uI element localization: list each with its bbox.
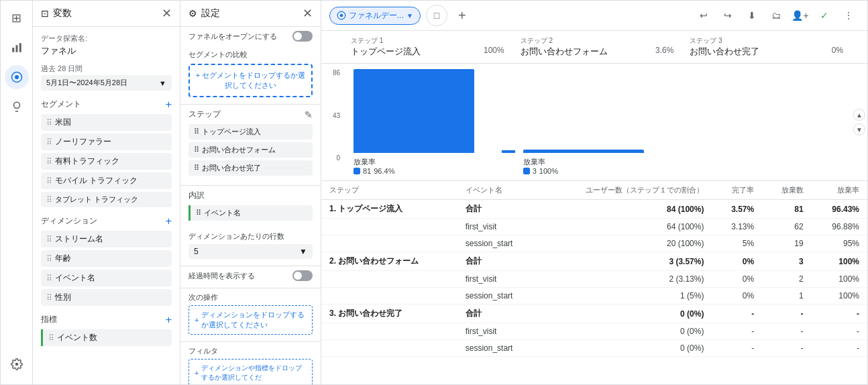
abandon-rate-cell: 96.43% [812, 200, 867, 219]
download-button[interactable]: ⬇ [741, 5, 763, 26]
settings-panel-title: ⚙ 設定 [188, 7, 220, 19]
drag-icon: ⠿ [194, 164, 199, 172]
lightbulb-icon[interactable] [5, 95, 29, 119]
abandon-rate-cell: 100% [812, 271, 867, 288]
add-dimension-button[interactable]: + [166, 216, 172, 227]
segment-item-paid[interactable]: ⠿有料トラフィック [41, 153, 172, 170]
col-abandon-rate: 放棄率 [812, 181, 867, 200]
drag-icon: ⠿ [46, 138, 52, 147]
svg-rect-1 [15, 45, 17, 52]
completion-cell: 5% [712, 235, 762, 252]
variables-close-button[interactable]: ✕ [162, 7, 172, 19]
table-row: 1. トップページ流入 合計 84 (100%) 3.57% 81 96.43% [321, 200, 867, 219]
funnel-step-1-header: ステップ 1 トップページ流入 100% [343, 31, 512, 63]
square-icon-button[interactable]: □ [426, 5, 447, 26]
step-item-2[interactable]: ⠿お問い合わせフォーム [188, 142, 313, 158]
abandon-dot-1 [354, 168, 360, 174]
main-content: ファネルデー... ▼ □ + ↩ ↪ ⬇ 🗂 👤+ ✓ ⋮ [321, 1, 867, 384]
abandon-cell: 81 [762, 200, 811, 219]
scroll-arrows: ▲ ▼ [851, 69, 867, 175]
dim-gender[interactable]: ⠿性別 [41, 289, 172, 306]
next-ops-section: 次の操作 + ディメンションをドロップするか選択してください [180, 288, 321, 339]
settings-panel-header: ⚙ 設定 ✕ [180, 1, 321, 27]
drag-icon: ⠿ [194, 127, 199, 136]
add-filter-button[interactable]: + ディメンションや指標をドロップするか選択してくだ [188, 359, 313, 384]
users-cell: 2 (3.13%) [539, 271, 712, 288]
redo-button[interactable]: ↪ [717, 5, 739, 26]
folder-button[interactable]: 🗂 [765, 5, 787, 26]
share-button[interactable]: 👤+ [790, 5, 811, 26]
abandon-rate-cell: 95% [812, 235, 867, 252]
add-next-op-button[interactable]: + ディメンションをドロップするか選択してください [188, 305, 313, 335]
table-body: 1. トップページ流入 合計 84 (100%) 3.57% 81 96.43%… [321, 200, 867, 357]
abandon-count-2: 3 100% [523, 167, 671, 175]
abandon-cell: 19 [762, 235, 811, 252]
funnel-tab-label: ファネルデー... [349, 10, 404, 21]
step-item-3[interactable]: ⠿お問い合わせ完了 [188, 160, 313, 176]
add-segment-compare-button[interactable]: + セグメントをドロップするか選択してください [188, 64, 313, 97]
check-button[interactable]: ✓ [814, 5, 835, 26]
rows-per-dim-value: 5 [194, 247, 199, 256]
rows-per-dim-select[interactable]: 5 ▼ [188, 244, 313, 259]
step-item-1[interactable]: ⠿トップページ流入 [188, 124, 313, 140]
step-name-cell [321, 235, 457, 252]
variables-panel-body: データ探索名: ファネル 過去 28 日間 5月1日〜2024年5月28日 ▼ … [33, 27, 180, 384]
funnel-tab[interactable]: ファネルデー... ▼ [329, 7, 421, 25]
metric-event-count[interactable]: ⠿イベント数 [41, 329, 172, 346]
abandon-rate-cell: 100% [812, 252, 867, 271]
table-header-row: ステップ イベント名 ユーザー数（ステップ１での割合） 完了率 放棄数 放棄率 [321, 181, 867, 200]
explore-icon[interactable] [5, 65, 29, 89]
dim-stream[interactable]: ⠿ストリーム名 [41, 231, 172, 248]
step1-pct: 100% [484, 46, 504, 58]
open-funnel-label: ファネルをオープンにする [188, 32, 277, 42]
home-icon[interactable]: ⊞ [5, 6, 29, 30]
date-range-button[interactable]: 5月1日〜2024年5月28日 ▼ [41, 75, 172, 91]
main-toolbar: ファネルデー... ▼ □ + ↩ ↪ ⬇ 🗂 👤+ ✓ ⋮ [321, 1, 867, 31]
scroll-up-button[interactable]: ▲ [853, 109, 865, 121]
settings-icon[interactable] [5, 352, 29, 376]
chart-col-1: 放棄率 81 96.4% [343, 69, 512, 175]
dim-event-name[interactable]: ⠿イベント名 [41, 270, 172, 286]
add-segment-button[interactable]: + [166, 99, 172, 110]
svg-rect-0 [12, 48, 14, 52]
elapsed-time-row: 経過時間を表示する [188, 270, 313, 281]
scroll-down-button[interactable]: ▼ [853, 123, 865, 135]
table-row: first_visit 0 (0%) - - - [321, 323, 867, 340]
toggle-knob [294, 272, 302, 280]
table-row: session_start 20 (100%) 5% 19 95% [321, 235, 867, 252]
more-button[interactable]: ⋮ [838, 5, 859, 26]
abandon-label-1: 放棄率 [354, 157, 376, 167]
segment-item-mobile[interactable]: ⠿モバイル トラフィック [41, 172, 172, 189]
funnel-bar-1 [354, 69, 474, 153]
abandon-info-2: 放棄率 [523, 157, 671, 167]
elapsed-time-toggle[interactable] [292, 270, 313, 281]
segment-item-noreferral[interactable]: ⠿ノーリファラー [41, 133, 172, 150]
step-name-cell [321, 288, 457, 305]
filter-section: フィルタ + ディメンションや指標をドロップするか選択してくだ [180, 341, 321, 384]
segment-item-us[interactable]: ⠿米国 [41, 114, 172, 131]
abandon-cell: - [762, 340, 811, 357]
event-name-cell: session_start [457, 340, 539, 357]
table-row: first_visit 64 (100%) 3.13% 62 96.88% [321, 219, 867, 235]
dim-age[interactable]: ⠿年齢 [41, 250, 172, 267]
undo-button[interactable]: ↩ [693, 5, 714, 26]
breakdown-title: 内訳 [188, 190, 313, 201]
chart-col-2: 放棄率 3 100% [512, 69, 682, 175]
table-row: 3. お問い合わせ完了 合計 0 (0%) - - - [321, 305, 867, 323]
col-step: ステップ [321, 181, 457, 200]
plus-icon: + [195, 369, 199, 377]
add-metric-button[interactable]: + [166, 315, 172, 325]
abandon-pct-1: 96.4% [374, 167, 394, 175]
open-funnel-toggle[interactable] [292, 31, 313, 42]
breakdown-event-name[interactable]: ⠿イベント名 [188, 205, 313, 221]
add-tab-button[interactable]: + [453, 6, 472, 25]
segment-item-tablet[interactable]: ⠿タブレット トラフィック [41, 192, 172, 207]
completion-cell: 0% [712, 271, 762, 288]
chart-icon[interactable] [5, 36, 29, 60]
settings-close-button[interactable]: ✕ [303, 7, 313, 19]
col-abandon: 放棄数 [762, 181, 811, 200]
users-cell: 84 (100%) [539, 200, 712, 219]
svg-point-6 [340, 14, 343, 17]
chevron-down-icon: ▼ [299, 247, 307, 256]
edit-steps-icon[interactable]: ✎ [305, 109, 313, 120]
